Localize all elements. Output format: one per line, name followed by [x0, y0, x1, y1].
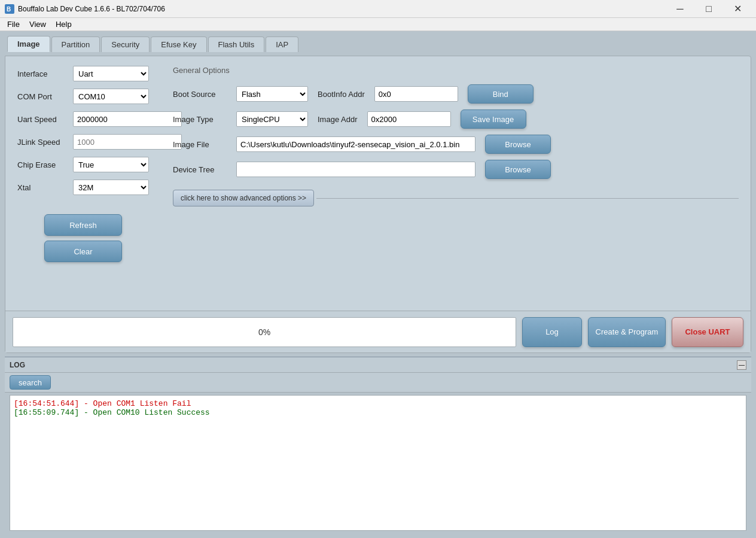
image-type-row: Image Type SingleCPU DualCPU Image Addr … [173, 110, 739, 129]
image-browse-button[interactable]: Browse [485, 135, 551, 154]
menu-file[interactable]: File [2, 19, 25, 30]
log-section: LOG — search [16:54:51.644] - Open COM1 … [5, 357, 751, 533]
advanced-options-button[interactable]: click here to show advanced options >> [173, 190, 314, 206]
clear-button[interactable]: Clear [44, 241, 122, 262]
device-tree-input[interactable] [236, 162, 475, 177]
section-title: General Options [173, 66, 739, 75]
log-search-button[interactable]: search [10, 375, 51, 390]
device-tree-label: Device Tree [173, 165, 227, 174]
jlink-speed-row: JLink Speed [17, 134, 149, 150]
xtal-label: Xtal [17, 183, 68, 192]
top-content: Interface Uart JLink OpenOCD COM Port CO… [5, 56, 751, 311]
xtal-select[interactable]: 32M 40M [73, 180, 149, 195]
general-options: General Options Boot Source Flash UART J… [161, 56, 751, 311]
menu-help[interactable]: Help [51, 19, 77, 30]
log-content: [16:54:51.644] - Open COM1 Listen Fail [… [10, 395, 746, 531]
minimize-button[interactable]: ─ [666, 0, 694, 18]
interface-row: Interface Uart JLink OpenOCD [17, 66, 149, 81]
interface-select[interactable]: Uart JLink OpenOCD [73, 66, 149, 81]
image-addr-input[interactable] [367, 111, 451, 127]
menu-view[interactable]: View [25, 19, 51, 30]
title-bar: B Bouffalo Lab Dev Cube 1.6.6 - BL702/70… [0, 0, 756, 18]
tab-security[interactable]: Security [101, 37, 150, 52]
jlink-speed-label: JLink Speed [17, 138, 68, 147]
chip-erase-select[interactable]: True False [73, 157, 149, 172]
progress-bar: 0% [13, 317, 516, 347]
title-bar-left: B Bouffalo Lab Dev Cube 1.6.6 - BL702/70… [5, 4, 165, 14]
bind-button[interactable]: Bind [468, 84, 534, 104]
device-tree-row: Device Tree Browse [173, 160, 739, 179]
xtal-row: Xtal 32M 40M [17, 180, 149, 195]
sidebar-buttons: Refresh Clear [17, 214, 149, 262]
image-file-input[interactable] [236, 136, 475, 152]
menu-bar: File View Help [0, 18, 756, 31]
tab-iap[interactable]: IAP [266, 37, 298, 52]
image-type-label: Image Type [173, 115, 227, 124]
progress-area: 0% Log Create & Program Close UART [5, 311, 751, 352]
tab-bar: Image Partition Security Efuse Key Flash… [5, 36, 751, 52]
app-body: Image Partition Security Efuse Key Flash… [0, 31, 756, 538]
close-button[interactable]: ✕ [724, 0, 751, 18]
boot-info-addr-label: BootInfo Addr [318, 90, 365, 99]
boot-source-select[interactable]: Flash UART JTAG [236, 86, 308, 102]
create-program-button[interactable]: Create & Program [588, 317, 666, 347]
uart-speed-label: Uart Speed [17, 115, 68, 124]
log-search-bar: search [5, 373, 751, 393]
maximize-button[interactable]: □ [695, 0, 723, 18]
progress-value: 0% [258, 327, 270, 337]
log-collapse-button[interactable]: — [737, 360, 746, 370]
com-port-row: COM Port COM1 COM10 [17, 89, 149, 104]
image-type-select[interactable]: SingleCPU DualCPU [236, 111, 308, 127]
log-title: LOG [10, 361, 25, 369]
advanced-options-row: click here to show advanced options >> [173, 190, 739, 206]
main-panel: Interface Uart JLink OpenOCD COM Port CO… [5, 56, 751, 353]
app-icon: B [5, 4, 14, 14]
com-port-select[interactable]: COM1 COM10 [73, 89, 149, 104]
log-line-0: [16:54:51.644] - Open COM1 Listen Fail [14, 399, 742, 408]
log-line-1: [16:55:09.744] - Open COM10 Listen Succe… [14, 408, 742, 417]
left-sidebar: Interface Uart JLink OpenOCD COM Port CO… [5, 56, 161, 311]
boot-info-addr-input[interactable] [374, 86, 458, 102]
interface-label: Interface [17, 69, 68, 78]
log-button[interactable]: Log [522, 317, 582, 347]
boot-source-label: Boot Source [173, 90, 227, 99]
image-file-row: Image File Browse [173, 135, 739, 154]
tab-partition[interactable]: Partition [51, 37, 100, 52]
refresh-button[interactable]: Refresh [44, 214, 122, 236]
tab-flash-utils[interactable]: Flash Utils [208, 37, 265, 52]
title-bar-text: Bouffalo Lab Dev Cube 1.6.6 - BL702/704/… [18, 5, 165, 13]
title-bar-controls: ─ □ ✕ [666, 0, 751, 18]
image-file-label: Image File [173, 140, 227, 149]
com-port-label: COM Port [17, 92, 68, 101]
chip-erase-row: Chip Erase True False [17, 157, 149, 172]
advanced-line [316, 198, 739, 199]
close-uart-button[interactable]: Close UART [672, 317, 743, 347]
svg-text:B: B [7, 6, 11, 13]
tab-efuse-key[interactable]: Efuse Key [151, 37, 206, 52]
image-addr-label: Image Addr [318, 115, 358, 124]
options-grid: Boot Source Flash UART JTAG BootInfo Add… [173, 84, 739, 206]
uart-speed-row: Uart Speed [17, 111, 149, 127]
boot-source-row: Boot Source Flash UART JTAG BootInfo Add… [173, 84, 739, 104]
chip-erase-label: Chip Erase [17, 160, 68, 169]
tab-image[interactable]: Image [7, 36, 50, 52]
save-image-button[interactable]: Save Image [461, 110, 526, 129]
device-browse-button[interactable]: Browse [485, 160, 551, 179]
log-header: LOG — [5, 357, 751, 373]
